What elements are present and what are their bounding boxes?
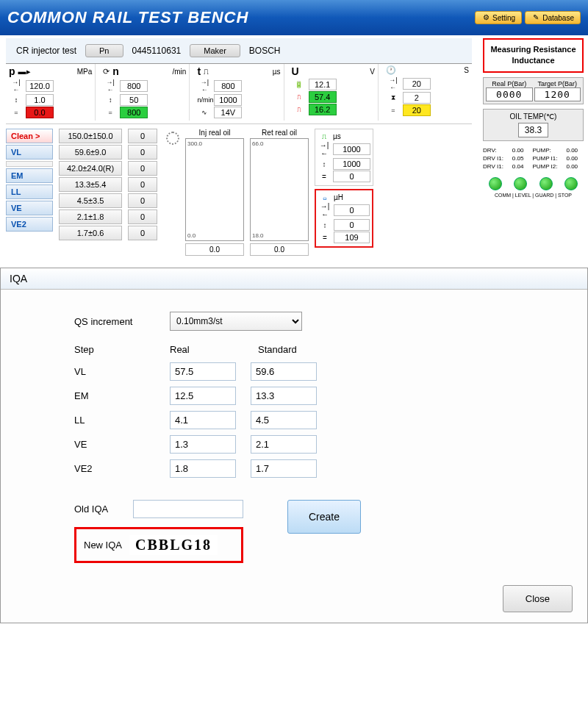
maker-value: BOSCH <box>249 46 281 56</box>
info-bar: CR injector test Pn 0445110631 Maker BOS… <box>6 38 472 64</box>
rpm-icon: ⟳ <box>103 67 110 76</box>
iqa-step-name: EM <box>74 390 155 401</box>
step-tab-ll[interactable]: LL <box>6 184 53 199</box>
iqa-step-row: LL <box>74 411 543 429</box>
step-zero: 0 <box>128 129 157 143</box>
test-mode-label: CR injector test <box>16 46 76 56</box>
spinner-icon <box>166 132 179 145</box>
iqa-step-row: VE <box>74 435 543 454</box>
app-header: COMMON RAIL TEST BENCH ⚙Setting ✎Databas… <box>0 0 588 35</box>
step-val: 59.6±9.0 <box>59 145 122 160</box>
led-guard <box>539 177 553 190</box>
iqa-std-input[interactable] <box>251 435 317 454</box>
iqa-step-name: VE <box>74 439 155 450</box>
maker-button[interactable]: Maker <box>190 44 240 57</box>
led-comm <box>489 177 502 190</box>
led-stop <box>564 177 578 190</box>
led-row <box>483 177 584 190</box>
database-button[interactable]: ✎Database <box>525 11 581 24</box>
step-tab-ve2[interactable]: VE2 <box>6 217 53 232</box>
iqa-std-input[interactable] <box>251 362 317 381</box>
iqa-step-name: VL <box>74 366 155 377</box>
gauge-seconds: 🕐S →|←20 ⧗2 =20 <box>383 64 472 121</box>
pulse-icon: ⎍ <box>204 67 209 76</box>
oil-temp-box: OIL TEMP(℃) 38.3 <box>483 109 584 141</box>
app-title: COMMON RAIL TEST BENCH <box>7 8 248 27</box>
step-val: 42.0±24.0(R) <box>59 161 122 176</box>
step-zero: 0 <box>128 145 157 160</box>
inj-oil-column: Inj real oil 300.00.0 0.0 <box>185 129 244 256</box>
step-val: 150.0±150.0 <box>59 129 122 143</box>
gauge-time: t⎍µs →|←800 n/min1000 ∿14V <box>194 64 284 121</box>
iqa-dialog: IQA QS increment 0.10mm3/st Step Real St… <box>0 268 588 623</box>
gauge-row: p▬▸MPa →|←120.0 ↕1.0 =0.0 ⟳n/min →|←800 … <box>6 64 472 124</box>
iqa-real-input[interactable] <box>170 362 236 381</box>
micro-uh-block: ⏛µH →|←0 ↕0 =109 <box>315 189 373 248</box>
pn-button[interactable]: Pn <box>85 44 123 57</box>
boost2-icon: ⎍ <box>292 106 306 113</box>
pencil-icon: ✎ <box>531 13 540 22</box>
led-level <box>514 177 527 190</box>
gauge-voltage: UV 🔋12.1 ⎍57.4 ⎍16.2 <box>289 64 379 121</box>
new-iqa-label: New IQA <box>84 540 122 551</box>
qs-label: QS increment <box>74 316 155 327</box>
iqa-step-name: LL <box>74 415 155 426</box>
create-button[interactable]: Create <box>287 500 361 534</box>
injector-icon: ▬▸ <box>18 67 31 76</box>
gauge-rpm: ⟳n/min →|←800 ↕50 =800 <box>100 64 190 121</box>
stat-grid: DRV:0.00PUMP:0.00 DRV I1:0.05PUMP I1:0.0… <box>483 147 584 170</box>
pn-value: 0445110631 <box>132 46 182 56</box>
battery-icon: 🔋 <box>292 81 306 88</box>
inductor-icon: ⏛ <box>318 193 331 201</box>
qs-select[interactable]: 0.10mm3/st <box>170 312 302 331</box>
iqa-real-input[interactable] <box>170 459 236 478</box>
step-zero: 0 <box>128 193 157 208</box>
hourglass-icon: ⧗ <box>386 94 401 102</box>
ret-oil-column: Ret real oil 66.018.0 0.0 <box>250 129 309 256</box>
iqa-step-row: VE2 <box>74 459 543 478</box>
iqa-step-row: VL <box>74 362 543 381</box>
step-zero: 0 <box>128 161 157 176</box>
step-val: 13.3±5.4 <box>59 177 122 192</box>
gauge-pressure: p▬▸MPa →|←120.0 ↕1.0 =0.0 <box>6 64 96 121</box>
step-val: 2.1±1.8 <box>59 209 122 224</box>
clock-icon: 🕐 <box>386 65 396 75</box>
step-tab-vl[interactable]: VL <box>6 145 53 160</box>
wave-icon: ∿ <box>197 109 212 116</box>
iqa-std-input[interactable] <box>251 411 317 429</box>
new-iqa-box: New IQA CBBLG18 <box>74 527 243 563</box>
step-zero: 0 <box>128 226 157 240</box>
equals-icon: = <box>9 109 24 116</box>
iqa-step-row: EM <box>74 387 543 405</box>
step-tab-ve[interactable]: VE <box>6 201 53 215</box>
iqa-std-input[interactable] <box>251 459 317 478</box>
boost-icon: ⎍ <box>292 93 306 101</box>
iqa-real-input[interactable] <box>170 411 236 429</box>
step-val: 1.7±0.6 <box>59 226 122 240</box>
iqa-title: IQA <box>1 268 587 290</box>
new-iqa-code: CBBLG18 <box>129 535 218 555</box>
step-tab-blank[interactable] <box>6 161 53 167</box>
iqa-real-input[interactable] <box>170 387 236 405</box>
iqa-std-input[interactable] <box>251 387 317 405</box>
step-val: 4.5±3.5 <box>59 193 122 208</box>
step-tab-clean[interactable]: Clean > <box>6 129 53 143</box>
step-tab-em[interactable]: EM <box>6 168 53 183</box>
range-icon: ↕ <box>9 96 24 104</box>
gear-icon: ⚙ <box>481 13 490 22</box>
pressure-readout: Real P(Bar)Target P(Bar) 00001200 <box>483 77 584 104</box>
micro-us-block: ⎍µs →|←1000 ↕1000 =0 <box>315 129 373 186</box>
setting-button[interactable]: ⚙Setting <box>475 11 522 24</box>
old-iqa-input[interactable] <box>133 500 243 518</box>
step-zero: 0 <box>128 177 157 192</box>
target-icon: →|← <box>9 79 24 93</box>
step-zero: 0 <box>128 209 157 224</box>
iqa-real-input[interactable] <box>170 435 236 454</box>
old-iqa-label: Old IQA <box>74 504 126 515</box>
callout-box: Measuring Resistance Inductance <box>483 38 584 73</box>
pulse-icon: ⎍ <box>318 132 331 140</box>
close-button[interactable]: Close <box>503 585 573 612</box>
iqa-step-name: VE2 <box>74 463 155 474</box>
